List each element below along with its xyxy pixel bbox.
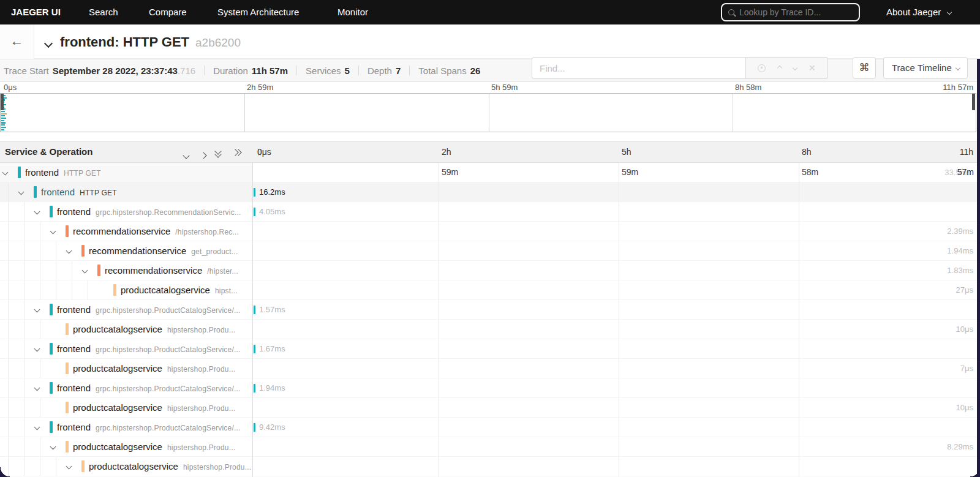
span-duration-label: 1.83ms <box>947 261 973 280</box>
trace-id-lookup-input[interactable]: Lookup by Trace ID... <box>721 3 860 21</box>
span-name-cell[interactable]: productcatalogservicehipstershop.Produ..… <box>0 437 252 456</box>
span-color-bar <box>50 382 53 394</box>
span-name-cell[interactable]: frontendgrpc.hipstershop.ProductCatalogS… <box>0 339 252 358</box>
lookup-placeholder: Lookup by Trace ID... <box>739 7 821 17</box>
expand-one-icon[interactable] <box>201 149 206 160</box>
span-color-bar <box>66 402 69 413</box>
span-name-cell[interactable]: productcatalogservicehipst... <box>0 280 252 299</box>
span-row-productcatalogservice[interactable]: productcatalogservicehipstershop.Produ..… <box>0 320 980 339</box>
prev-result-icon[interactable] <box>777 66 782 70</box>
span-name-cell[interactable]: productcatalogservicehipstershop.Produ..… <box>0 398 252 417</box>
span-row-frontend[interactable]: frontendgrpc.hipstershop.ProductCatalogS… <box>0 339 980 359</box>
nav-item-search[interactable]: Search <box>89 0 118 24</box>
span-name-cell[interactable]: productcatalogservicehipstershop.Produ..… <box>0 457 252 476</box>
span-row-frontend[interactable]: frontendgrpc.hipstershop.ProductCatalogS… <box>0 418 980 437</box>
app-brand[interactable]: JAEGER UI <box>11 0 61 24</box>
span-name-cell[interactable]: frontendgrpc.hipstershop.ProductCatalogS… <box>0 300 252 319</box>
span-bar[interactable] <box>254 384 255 392</box>
nav-item-compare[interactable]: Compare <box>149 0 187 24</box>
nav-item-system-architecture[interactable]: System Architecture <box>217 0 299 24</box>
span-row-recommendationservice[interactable]: recommendationservice/hipster...1.83ms <box>0 261 980 280</box>
span-operation-name: /hipster... <box>207 267 238 276</box>
nav-item-monitor[interactable]: Monitor <box>337 0 368 24</box>
window-right-edge <box>977 59 980 477</box>
collapse-chevron-icon[interactable] <box>34 385 40 391</box>
span-bar[interactable] <box>254 188 255 197</box>
indent-guide <box>40 241 40 260</box>
expand-all-icon[interactable] <box>233 148 239 159</box>
collapse-chevron-icon[interactable] <box>34 307 40 313</box>
span-name-cell[interactable]: recommendationservice/hipstershop.Rec... <box>0 222 252 241</box>
collapse-chevron-icon[interactable] <box>18 189 24 195</box>
locate-icon[interactable] <box>758 64 766 72</box>
minimap-grid-line <box>244 94 245 132</box>
collapse-chevron-icon[interactable] <box>66 464 72 470</box>
span-name-cell[interactable]: recommendationservice/hipster... <box>0 261 252 280</box>
back-button[interactable]: ← <box>0 24 34 59</box>
span-row-productcatalogservice[interactable]: productcatalogservicehipst...27μs <box>0 280 980 300</box>
span-operation-name: hipstershop.Produ... <box>167 365 235 374</box>
collapse-one-icon[interactable] <box>184 149 189 160</box>
trace-view-select[interactable]: Trace Timeline <box>883 57 968 79</box>
span-bar[interactable] <box>254 208 255 216</box>
span-name-cell[interactable]: frontendHTTP GET <box>0 182 252 201</box>
span-name-cell[interactable]: productcatalogservicehipstershop.Produ..… <box>0 359 252 378</box>
indent-guide <box>8 280 9 299</box>
minimap-left-drag-handle[interactable] <box>1 94 4 110</box>
timeline-tick-label: 5h <box>622 141 631 162</box>
span-row-recommendationservice[interactable]: recommendationservice/hipstershop.Rec...… <box>0 222 980 241</box>
total-spans-value: 26 <box>470 66 481 76</box>
span-name-cell[interactable]: productcatalogservicehipstershop.Produ..… <box>0 320 252 339</box>
keyboard-shortcuts-button[interactable]: ⌘ <box>853 57 876 79</box>
indent-guide <box>8 437 9 456</box>
span-name-cell[interactable]: frontendHTTP GET <box>0 163 252 182</box>
span-row-productcatalogservice[interactable]: productcatalogservicehipstershop.Produ..… <box>0 437 980 457</box>
collapse-chevron-icon[interactable] <box>2 170 9 176</box>
minimap-span-tick <box>1 129 4 130</box>
top-nav: JAEGER UI Search Compare System Architec… <box>0 0 980 24</box>
collapse-chevron-icon[interactable] <box>34 209 40 215</box>
span-bar[interactable] <box>254 423 255 432</box>
collapse-chevron-icon[interactable] <box>34 346 40 352</box>
collapse-all-icon[interactable] <box>216 148 222 159</box>
about-jaeger-menu[interactable]: About Jaeger <box>886 0 951 24</box>
span-row-frontend[interactable]: frontendgrpc.hipstershop.ProductCatalogS… <box>0 300 980 320</box>
collapse-trace-chevron-icon[interactable] <box>44 39 53 48</box>
span-row-productcatalogservice[interactable]: productcatalogservicehipstershop.Produ..… <box>0 359 980 378</box>
span-row-productcatalogservice[interactable]: productcatalogservicehipstershop.Produ..… <box>0 398 980 418</box>
trace-minimap[interactable] <box>0 93 976 132</box>
collapse-chevron-icon[interactable] <box>50 228 56 235</box>
collapse-chevron-icon[interactable] <box>34 424 40 430</box>
minimap-right-drag-handle[interactable] <box>972 94 975 110</box>
minimap-tick-label: 0μs <box>4 83 17 92</box>
span-row-productcatalogservice[interactable]: productcatalogservicehipstershop.Produ..… <box>0 457 980 476</box>
span-row-recommendationservice[interactable]: recommendationserviceget_product...1.94m… <box>0 241 980 261</box>
span-name-cell[interactable]: frontendgrpc.hipstershop.ProductCatalogS… <box>0 418 252 437</box>
span-operation-name: grpc.hipstershop.RecommendationServic... <box>96 208 241 217</box>
span-row-frontend[interactable]: frontendgrpc.hipstershop.ProductCatalogS… <box>0 378 980 398</box>
span-color-bar <box>18 167 21 178</box>
about-jaeger-label: About Jaeger <box>886 7 941 17</box>
span-row-frontend[interactable]: frontendHTTP GET16.2ms <box>0 182 980 202</box>
indent-guide <box>40 320 40 339</box>
find-input[interactable]: Find... <box>532 57 746 79</box>
collapse-chevron-icon[interactable] <box>66 248 72 254</box>
indent-guide <box>40 222 40 241</box>
indent-guide <box>8 378 9 397</box>
indent-guide <box>8 182 9 201</box>
span-bar[interactable] <box>254 345 255 353</box>
span-name-cell[interactable]: frontendgrpc.hipstershop.ProductCatalogS… <box>0 378 252 397</box>
span-name-cell[interactable]: recommendationserviceget_product... <box>0 241 252 260</box>
next-result-icon[interactable] <box>793 66 797 70</box>
span-service-name: productcatalogservice <box>73 441 162 452</box>
span-name-cell[interactable]: frontendgrpc.hipstershop.RecommendationS… <box>0 202 252 221</box>
span-row-frontend[interactable]: frontendgrpc.hipstershop.RecommendationS… <box>0 202 980 222</box>
indent-guide <box>8 300 9 319</box>
span-bar[interactable] <box>254 306 255 314</box>
timeline-tick-sublabel: 59m <box>622 163 638 182</box>
collapse-chevron-icon[interactable] <box>82 268 88 274</box>
span-row-frontend[interactable]: frontendHTTP GET59m59m58m33.5ms57m <box>0 163 980 182</box>
clear-search-icon[interactable]: ✕ <box>809 63 816 73</box>
collapse-chevron-icon[interactable] <box>50 444 56 450</box>
span-color-bar <box>81 460 85 472</box>
